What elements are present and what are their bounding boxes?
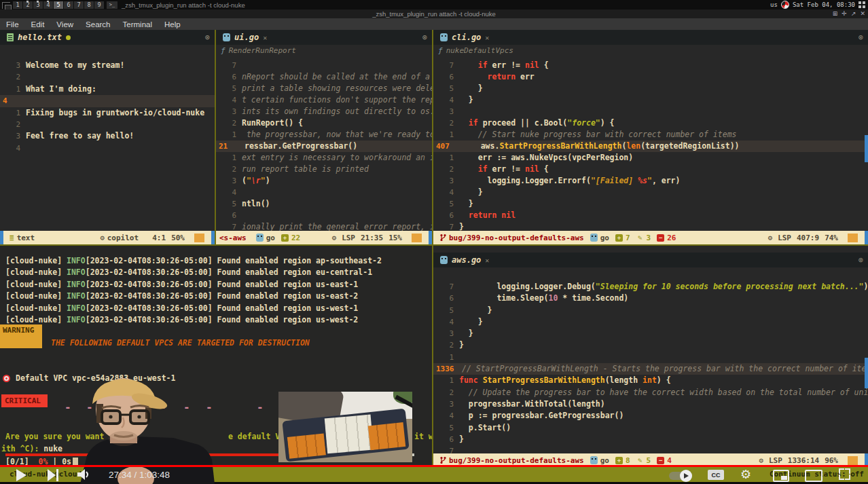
confirm-prompt-edge: it w	[414, 432, 432, 441]
pane-divider[interactable]	[0, 244, 868, 246]
move-icon[interactable]: ✛	[842, 10, 847, 17]
autoplay-toggle[interactable]	[669, 472, 692, 480]
code-line: 3("\r")	[216, 175, 432, 187]
code-line: 5 }	[433, 305, 868, 316]
workspace-4[interactable]: 4	[43, 1, 53, 9]
close-icon[interactable]: ⊗	[858, 33, 863, 42]
captions-button[interactable]: CC	[708, 470, 724, 480]
warning-message: THE FOLLOWING DEFAULT VPCS ARE TARGETED …	[51, 338, 310, 348]
pane-divider[interactable]	[215, 30, 216, 244]
menu-edit[interactable]: Edit	[25, 20, 51, 29]
pane-hello-txt[interactable]: hello.txt ⊗ 3Welcome to my stream!21What…	[0, 30, 215, 244]
tab-close-icon[interactable]: ✕	[485, 257, 489, 264]
code-area[interactable]: 3Welcome to my stream!21What I'm doing:4…	[0, 45, 215, 154]
lsp-gear-icon: ⚙	[768, 234, 773, 242]
code-line: 6 return err	[433, 71, 868, 83]
volume-icon[interactable]	[76, 468, 91, 483]
close-window-icon[interactable]: ✕	[860, 10, 865, 17]
code-line: 4	[0, 143, 215, 154]
code-line: 2 if err != nil {	[433, 164, 868, 175]
keyboard-layout-indicator[interactable]: us	[770, 1, 778, 8]
resize-icon[interactable]: ↗	[851, 10, 856, 17]
pane-aws-go[interactable]: aws.go ✕ ⊗ 7 logging.Logger.Debug("Sleep…	[433, 246, 868, 467]
tab-aws-go[interactable]: aws.go ✕	[433, 253, 496, 267]
code-line: 5 }	[433, 83, 868, 94]
workspace-2[interactable]: 2	[23, 1, 33, 9]
harpoon-indicator	[194, 234, 204, 242]
workspace-7[interactable]: 7	[74, 1, 84, 9]
log-line: [cloud-nuke] INFO[2023-02-04T08:30:26-05…	[5, 255, 382, 267]
fullscreen-button[interactable]	[839, 468, 850, 480]
code-line: 1	[433, 352, 868, 363]
player-settings-gear-icon[interactable]: ⚙	[740, 467, 751, 481]
code-line: 4 p := progressbar.GetProgressbar()	[433, 410, 868, 422]
workspace-switcher: 123456789	[13, 1, 105, 9]
next-button[interactable]	[48, 469, 60, 481]
status-cap	[429, 231, 432, 244]
code-area[interactable]: 7 if err != nil {6 return err5 }4 }32 if…	[433, 56, 868, 233]
git-added-icon: +	[615, 457, 623, 464]
code-line: 6 time.Sleep(10 * time.Second)	[433, 293, 868, 304]
workspace-3[interactable]: 3	[33, 1, 43, 9]
code-line: 3Welcome to my stream!	[0, 60, 215, 71]
log-line: [cloud-nuke] INFO[2023-02-04T08:30:26-05…	[5, 303, 382, 314]
theater-mode-button[interactable]	[805, 470, 822, 482]
menu-view[interactable]: View	[50, 20, 79, 29]
tab-cli-go[interactable]: cli.go ✕	[433, 30, 496, 45]
menu-help[interactable]: Help	[158, 20, 187, 29]
desktop: 123456789 >_ _zsh_tmux_plugin_run attach…	[0, 0, 868, 484]
tab-close-icon[interactable]: ✕	[485, 34, 489, 41]
function-icon: ƒ	[221, 46, 225, 55]
close-icon[interactable]: ⊗	[858, 255, 863, 265]
tabbar: aws.go ✕ ⊗	[433, 253, 868, 267]
code-line: 6 return nil	[433, 210, 868, 221]
pane-cli-go[interactable]: cli.go ✕ ⊗ ƒ nukeDefaultVpcs 7 if err !=…	[433, 30, 868, 244]
go-lang-icon	[256, 234, 264, 242]
clock[interactable]: Sat Feb 04, 08:30	[793, 1, 855, 8]
workspace-5[interactable]: 5	[54, 1, 63, 9]
miniplayer-button[interactable]	[773, 470, 789, 482]
log-line: [cloud-nuke] INFO[2023-02-04T08:30:26-05…	[5, 267, 382, 278]
code-area[interactable]: 7 logging.Logger.Debug("Sleeping for 10 …	[433, 267, 868, 457]
tabbar: ui.go ✕ ⊗	[216, 30, 432, 45]
code-line: 3Feel free to say hello!	[0, 130, 215, 142]
system-bar: 123456789 >_ _zsh_tmux_plugin_run attach…	[0, 0, 868, 10]
workspace-8[interactable]: 8	[84, 1, 94, 9]
workspace-6[interactable]: 6	[64, 1, 73, 9]
tab-label: aws.go	[452, 255, 481, 265]
code-area[interactable]: 76nReport should be called at the end of…	[216, 56, 432, 233]
menu-search[interactable]: Search	[79, 20, 116, 29]
workspace-9[interactable]: 9	[94, 1, 104, 9]
code-line: 2RunReport() {	[216, 117, 432, 129]
scrollbar-thumb[interactable]	[865, 135, 868, 162]
status-cap	[0, 231, 3, 244]
close-icon[interactable]: ⊗	[205, 33, 210, 42]
menu-file[interactable]: File	[0, 20, 25, 29]
scrollbar-thumb[interactable]	[865, 358, 868, 388]
menu-terminal[interactable]: Terminal	[117, 20, 158, 29]
show-desktop-icon[interactable]	[858, 1, 865, 8]
harpoon-indicator	[848, 234, 858, 242]
git-branch-icon	[440, 456, 446, 464]
breadcrumb: ƒ RenderRunReport	[216, 45, 432, 56]
tab-hello-txt[interactable]: hello.txt	[0, 30, 77, 45]
code-line: 1 err := aws.NukeVpcs(vpcPerRegion)	[433, 152, 868, 164]
tab-close-icon[interactable]: ✕	[263, 34, 267, 41]
git-added-icon: +	[281, 234, 289, 242]
window-titlebar: _zsh_tmux_plugin_run attach -t cloud-nuk…	[0, 10, 868, 18]
play-button[interactable]	[16, 469, 26, 481]
terminal-workspace-icon[interactable]: >_	[107, 1, 117, 9]
recorder-icon[interactable]	[781, 1, 789, 9]
close-icon[interactable]: ⊗	[422, 33, 427, 42]
code-line: 3	[433, 106, 868, 117]
window-title: _zsh_tmux_plugin_run attach -t cloud-nuk…	[372, 10, 496, 18]
go-file-icon	[223, 33, 230, 41]
tab-ui-go[interactable]: ui.go ✕	[216, 30, 274, 45]
git-modified-icon: ✎	[636, 234, 644, 242]
code-line: 1What I'm doing:	[0, 83, 215, 95]
pane-ui-go[interactable]: ui.go ✕ ⊗ ƒ RenderRunReport 76nReport sh…	[216, 30, 432, 244]
workspace-1[interactable]: 1	[13, 1, 22, 9]
taskbar-window-title[interactable]: _zsh_tmux_plugin_run attach -t cloud-nuk…	[122, 1, 245, 9]
pane-divider[interactable]	[432, 30, 433, 467]
tile-icon[interactable]: ⊞	[833, 10, 838, 17]
